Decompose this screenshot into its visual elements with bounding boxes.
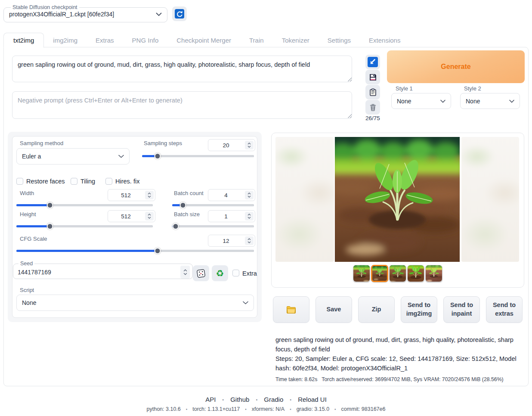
refresh-checkpoint-button[interactable] [172,6,187,21]
thumbnail-2-selected[interactable] [371,265,388,282]
gradio-version: gradio: 3.15.0 [297,406,329,412]
extra-seed-label: Extra [242,270,257,277]
send-to-inpaint-button[interactable]: Send to inpaint [443,296,480,323]
chevron-down-icon [247,196,251,198]
generated-image[interactable] [335,137,460,262]
chevron-down-icon [247,146,251,148]
info-prompt-text: green sapling rowing out of ground, mud,… [275,335,525,354]
checkpoint-fieldset: Stable Diffusion checkpoint protogenX34O… [3,4,167,22]
chevron-down-icon [247,217,251,219]
save-button[interactable]: Save [315,296,352,323]
script-dropdown[interactable]: None [16,295,254,311]
tab-train[interactable]: Train [240,33,273,47]
stepper-arrows[interactable] [145,212,154,220]
seed-input[interactable] [18,269,164,276]
output-actions: Save Zip Send to img2img Send to inpaint… [273,296,523,323]
style1-dropdown[interactable]: None [391,93,451,109]
stepper-arrows[interactable] [245,212,254,220]
batch-size-input[interactable]: 1 [208,210,255,222]
clipboard-icon [369,88,377,96]
checkpoint-value: protogenX34OfficialR_1.ckpt [60fe2f34] [9,11,114,18]
negative-prompt-input[interactable] [12,91,352,119]
seed-fieldset: Seed [13,261,193,279]
chevron-up-icon [148,214,151,216]
stepper-arrows[interactable] [245,191,254,199]
api-link[interactable]: API [205,396,216,403]
sapling-image [335,137,460,262]
height-slider[interactable] [16,223,153,230]
sapling-thumb-image [353,265,370,282]
chevron-up-icon [183,269,187,272]
chevron-up-icon [247,143,251,145]
sampling-steps-slider[interactable] [142,152,254,159]
clear-prompt-button[interactable] [365,100,380,115]
sampling-method-value: Euler a [22,153,41,160]
prompt-input[interactable]: green sapling rowing out of ground, mud,… [12,56,352,82]
checkpoint-label: Stable Diffusion checkpoint [11,4,79,10]
floppy-disk-icon [369,73,377,81]
zip-button[interactable]: Zip [358,296,395,323]
chevron-down-icon [148,217,151,219]
sampling-steps-input[interactable]: 20 [208,139,255,151]
width-slider[interactable] [16,202,153,208]
trash-icon [369,103,377,112]
hires-fix-checkbox[interactable] [105,178,112,185]
random-seed-button[interactable] [193,265,209,281]
gallery-next-image-ghost[interactable] [461,137,519,262]
thumbnail-3[interactable] [389,265,406,282]
stepper-arrows[interactable] [180,266,190,279]
height-label: Height [20,211,36,217]
sapling-thumb-image [407,265,424,282]
style1-label: Style 1 [396,85,413,92]
height-input[interactable]: 512 [108,210,155,222]
sapling-thumb-image [425,265,442,282]
tiling-checkbox[interactable] [71,178,77,185]
batch-size-slider[interactable] [172,223,254,230]
arrow-down-left-icon [368,57,378,67]
send-to-extras-button[interactable]: Send to extras [486,296,523,323]
chevron-up-icon [247,238,251,240]
batch-size-label: Batch size [174,211,200,217]
apply-style-button[interactable] [365,85,380,99]
reuse-seed-button[interactable]: ♻ [212,265,228,281]
open-folder-button[interactable] [273,296,309,323]
style2-dropdown[interactable]: None [460,93,520,109]
recycle-icon: ♻ [216,269,224,278]
save-style-button[interactable] [365,70,380,84]
checkpoint-dropdown[interactable]: protogenX34OfficialR_1.ckpt [60fe2f34] [9,11,162,18]
restore-faces-checkbox[interactable] [16,178,23,185]
sapling-thumb-image [372,266,387,281]
gallery-prev-image-ghost[interactable] [275,137,334,262]
thumbnail-5[interactable] [425,265,442,282]
tab-extras[interactable]: Extras [87,33,123,47]
extra-seed-checkbox[interactable] [232,270,239,276]
batch-count-slider[interactable] [172,202,254,208]
sampling-method-dropdown[interactable]: Euler a [16,148,130,165]
tab-img2img[interactable]: img2img [44,33,87,47]
generate-button[interactable]: Generate [387,50,525,83]
stepper-arrows[interactable] [245,236,254,245]
cfg-scale-label: CFG Scale [20,236,47,242]
tab-txt2img[interactable]: txt2img [3,33,44,48]
tab-settings[interactable]: Settings [319,33,360,47]
paste-params-button[interactable] [365,55,380,69]
cfg-scale-input[interactable]: 12 [208,235,255,247]
batch-count-input[interactable]: 4 [208,189,255,201]
tab-png-info[interactable]: PNG Info [123,33,168,47]
width-input[interactable]: 512 [108,189,155,201]
tab-tokenizer[interactable]: Tokenizer [273,33,319,47]
sapling-thumb-image [389,265,406,282]
stepper-arrows[interactable] [245,141,254,149]
send-to-img2img-button[interactable]: Send to img2img [401,296,437,323]
tab-checkpoint-merger[interactable]: Checkpoint Merger [167,33,240,47]
thumbnail-1[interactable] [353,265,370,282]
github-link[interactable]: Github [230,396,249,403]
hires-fix-label: Hires. fix [115,178,139,185]
tab-extensions[interactable]: Extensions [360,33,409,47]
chevron-down-icon [148,196,151,198]
thumbnail-4[interactable] [407,265,424,282]
gradio-link[interactable]: Gradio [264,396,283,403]
reload-ui-link[interactable]: Reload UI [298,396,327,403]
cfg-scale-slider[interactable] [16,247,254,254]
stepper-arrows[interactable] [145,191,154,199]
